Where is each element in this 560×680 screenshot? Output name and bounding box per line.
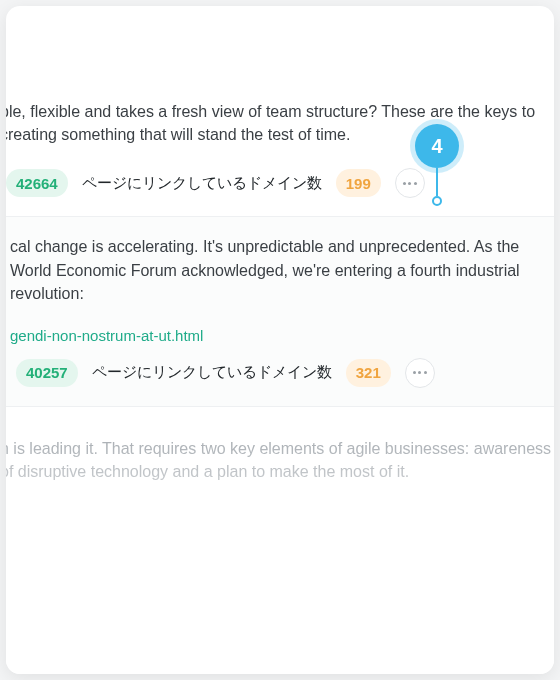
more-icon	[413, 371, 427, 374]
result-snippet: ble, flexible and takes a fresh view of …	[6, 100, 554, 146]
result-metrics: 40257 ページにリンクしているドメイン数 321	[6, 358, 554, 388]
domains-label: ページにリンクしているドメイン数	[92, 363, 332, 382]
result-snippet: cal change is accelerating. It's unpredi…	[10, 235, 554, 305]
backlinks-badge: 42664	[6, 169, 68, 197]
more-button[interactable]	[395, 168, 425, 198]
tour-step-marker[interactable]: 4	[415, 124, 459, 168]
tour-step-dot	[432, 196, 442, 206]
results-card: ble, flexible and takes a fresh view of …	[6, 6, 554, 674]
tour-step-line	[436, 168, 438, 196]
backlinks-badge: 40257	[16, 359, 78, 387]
result-snippet: n is leading it. That requires two key e…	[6, 437, 554, 483]
result-row: cal change is accelerating. It's unpredi…	[6, 217, 554, 407]
result-url[interactable]: gendi-non-nostrum-at-ut.html	[10, 327, 554, 344]
result-row: n is leading it. That requires two key e…	[6, 407, 554, 507]
result-row: ble, flexible and takes a fresh view of …	[6, 6, 554, 217]
domains-badge: 199	[336, 169, 381, 197]
domains-label: ページにリンクしているドメイン数	[82, 174, 322, 193]
result-metrics: 42664 ページにリンクしているドメイン数 199	[6, 168, 554, 198]
more-button[interactable]	[405, 358, 435, 388]
more-icon	[403, 182, 417, 185]
domains-badge: 321	[346, 359, 391, 387]
